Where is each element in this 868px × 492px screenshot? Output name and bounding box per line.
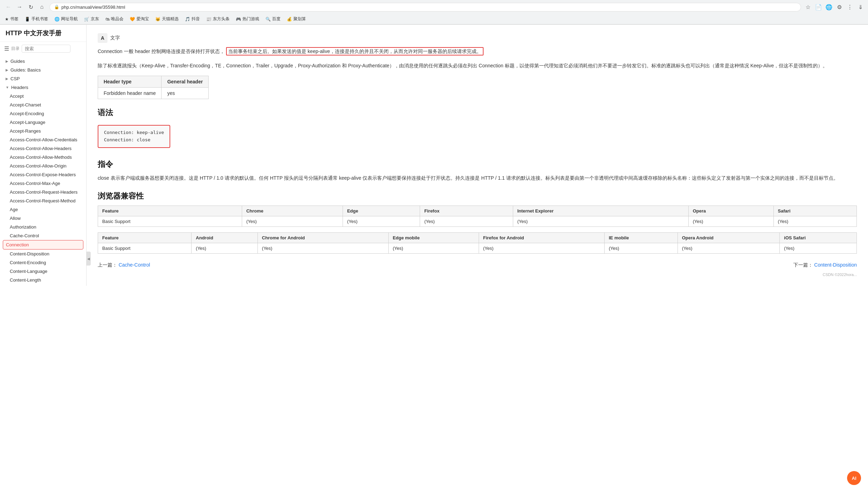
sidebar-item-acah[interactable]: Access-Control-Allow-Headers [0,144,86,153]
sidebar-item-acrh[interactable]: Access-Control-Request-Headers [0,188,86,196]
bookmark-item-11[interactable]: 💰 聚划算 [285,15,307,23]
sidebar-item-label: Content-Encoding [10,260,46,265]
sidebar-item-guides[interactable]: ▶ Guides [0,57,86,66]
bookmark-item-7[interactable]: 🎵 抖音 [184,15,201,23]
refresh-button[interactable]: ↻ [26,2,36,12]
col-android: Android [192,233,258,243]
sidebar-nav: ▶ Guides ▶ Guides: Basics ▶ CSP ▼ Header… [0,55,86,286]
sidebar-item-label: Accept-Encoding [10,111,44,116]
footer-note: CSDN ©2022hora... [98,273,857,277]
directory-label: 目录 [11,46,20,52]
sidebar-item-age[interactable]: Age [0,205,86,214]
sidebar-item-accept-ranges[interactable]: Accept-Ranges [0,127,86,135]
translate-icon[interactable]: 🌐 [825,3,833,11]
sidebar-item-content-disposition[interactable]: Content-Disposition [0,249,86,258]
bookmark-item-5[interactable]: 🧡 爱淘宝 [128,15,150,23]
sidebar-collapse-handle[interactable]: ◀ [87,252,91,266]
bookmark-item-0[interactable]: ★ 书签 [3,15,20,23]
bookmark-item-8[interactable]: 📰 东方头条 [205,15,231,23]
bookmark-star-icon[interactable]: ☆ [804,3,812,11]
col-edge-mobile: Edge mobile [388,233,479,243]
prev-label: 上一篇： [98,262,117,268]
section-label-text: 文字 [110,35,120,41]
code-block: Connection: keep-alive Connection: close [98,125,170,148]
sidebar-item-accept-language[interactable]: Accept-Language [0,118,86,127]
sidebar-item-aceh[interactable]: Access-Control-Expose-Headers [0,170,86,179]
table-row: Forbidden header name yes [98,88,209,99]
next-link[interactable]: Content-Disposition [814,262,857,268]
chevron-right-icon: ▶ [6,77,8,81]
col-ios-safari: iOS Safari [780,233,857,243]
bookmark-item-9[interactable]: 🎮 热门游戏 [234,15,261,23]
sidebar-item-csp[interactable]: ▶ CSP [0,74,86,83]
page-navigation: 上一篇： Cache-Control 下一篇： Content-Disposit… [98,262,857,268]
toolbar-actions: ☆ 📄 🌐 ⚙ ⋮ ⇓ [804,3,865,11]
download-icon[interactable]: ⇓ [856,3,865,11]
table-row: Basic Support (Yes) (Yes) (Yes) (Yes) (Y… [98,216,857,227]
sidebar-item-cache-control[interactable]: Cache-Control [0,231,86,240]
sidebar-item-label: Cache-Control [10,233,39,238]
col-ie: Internet Explorer [513,206,688,216]
sidebar-item-connection[interactable]: Connection [3,240,83,249]
csdn-ai-badge[interactable]: AI [847,471,861,485]
mobile-table-header-row: Feature Android Chrome for Android Edge … [98,233,857,243]
highlight-text: 当前事务结束之后。如果发送的值是 keep-alive，连接是持久的并且不关闭，… [226,47,484,55]
cell-opera: (Yes) [688,216,773,227]
url-text: php.cn/manual/view/35598.html [61,5,125,10]
more-icon[interactable]: ⋮ [846,3,854,11]
sidebar-item-accept-charset[interactable]: Accept-Charset [0,100,86,109]
chevron-right-icon: ▶ [6,68,8,72]
prev-link[interactable]: Cache-Control [119,262,150,268]
sidebar-item-allow[interactable]: Allow [0,214,86,223]
sidebar-item-label: CSP [10,76,20,81]
sidebar-item-accept-encoding[interactable]: Accept-Encoding [0,109,86,118]
cell-android: (Yes) [192,243,258,254]
sidebar-item-label: Accept-Language [10,120,45,125]
search-input[interactable] [22,45,70,53]
sidebar-item-label: Age [10,207,18,212]
sidebar-item-content-encoding[interactable]: Content-Encoding [0,258,86,267]
sidebar-item-label: Guides [10,59,25,64]
sidebar-item-guides-basics[interactable]: ▶ Guides: Basics [0,66,86,74]
menu-icon[interactable]: ☰ [4,45,9,52]
bookmark-item-3[interactable]: 🛒 京东 [83,15,100,23]
bookmark-item-6[interactable]: 😺 天猫精选 [154,15,180,23]
col-chrome: Chrome [242,206,343,216]
sidebar-item-content-language[interactable]: Content-Language [0,267,86,276]
home-button[interactable]: ⌂ [37,2,47,12]
section-letter-badge: A [98,33,107,43]
bookmark-item-1[interactable]: 📱 手机书签 [23,15,50,23]
sidebar-item-label: Authorization [10,224,36,230]
bookmark-item-2[interactable]: 🌐 网址导航 [53,15,79,23]
sidebar-item-acac[interactable]: Access-Control-Allow-Credentials [0,135,86,144]
address-bar[interactable]: 🔒 php.cn/manual/view/35598.html [50,3,801,12]
col-opera: Opera [688,206,773,216]
back-button[interactable]: ← [3,2,13,12]
sidebar-item-label: Allow [10,216,21,221]
description-paragraph-1: Connection 一般 header 控制网络连接是否保持打开状态， 当前事… [98,47,857,56]
directives-text: close 表示客户端或服务器想要关闭连接。这是 HTTP / 1.0 请求的默… [98,174,857,182]
browser-chrome: ← → ↻ ⌂ 🔒 php.cn/manual/view/35598.html … [0,0,868,25]
reader-mode-icon[interactable]: 📄 [814,3,823,11]
sidebar-item-acao[interactable]: Access-Control-Allow-Origin [0,162,86,170]
cell-ie: (Yes) [513,216,688,227]
col-feature: Feature [98,233,192,243]
sidebar-item-accept[interactable]: Accept [0,92,86,100]
sidebar-item-acma[interactable]: Access-Control-Max-Age [0,179,86,188]
sidebar-item-authorization[interactable]: Authorization [0,223,86,231]
sidebar-item-label: Connection [6,242,29,247]
forward-button[interactable]: → [15,2,24,12]
sidebar-item-acrm[interactable]: Access-Control-Request-Method [0,196,86,205]
bookmark-item-10[interactable]: 🔍 百度 [264,15,282,23]
sidebar-item-content-length[interactable]: Content-Length [0,276,86,284]
sidebar-item-label: Access-Control-Expose-Headers [10,172,76,177]
sidebar-item-label: Access-Control-Allow-Headers [10,146,72,151]
sidebar-item-acam[interactable]: Access-Control-Allow-Methods [0,153,86,162]
sidebar-item-label: Guides: Basics [10,67,41,73]
sidebar-item-label: Access-Control-Allow-Credentials [10,137,77,142]
extensions-icon[interactable]: ⚙ [835,3,844,11]
bookmark-item-4[interactable]: 🛍 唯品会 [104,15,125,23]
cell-opera-android: (Yes) [678,243,780,254]
code-line-1: Connection: keep-alive [104,129,164,136]
sidebar-item-headers[interactable]: ▼ Headers [0,83,86,92]
